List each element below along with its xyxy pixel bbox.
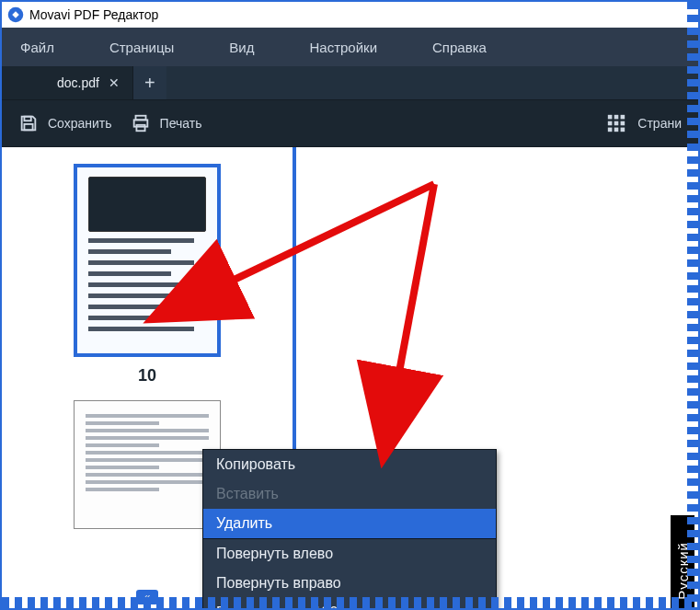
svg-rect-11 (621, 121, 625, 126)
page-thumb (74, 164, 221, 357)
ctx-rotate-right[interactable]: Повернуть вправо (203, 569, 496, 598)
ctx-rotate-left[interactable]: Повернуть влево (203, 539, 496, 569)
thumbnail-next[interactable] (74, 400, 221, 529)
svg-rect-12 (608, 128, 613, 132)
print-button[interactable]: Печать (131, 113, 202, 133)
svg-rect-1 (24, 117, 30, 121)
menu-file[interactable]: Файл (20, 40, 54, 55)
tab-label: doc.pdf (57, 75, 99, 90)
svg-line-16 (397, 184, 434, 382)
svg-rect-9 (608, 121, 613, 126)
save-icon (18, 113, 39, 133)
menu-settings[interactable]: Настройки (309, 40, 377, 55)
svg-rect-13 (614, 128, 619, 132)
thumbnail-selected[interactable]: 10 (74, 164, 221, 386)
ctx-delete[interactable]: Удалить (203, 509, 496, 538)
grid-icon (606, 113, 626, 133)
toolbar: Сохранить Печать Страни (2, 99, 698, 147)
ctx-paste: Вставить (203, 479, 496, 509)
svg-rect-8 (621, 115, 625, 120)
language-tab[interactable]: Русский (671, 515, 694, 608)
tab-doc[interactable]: doc.pdf ✕ (2, 66, 133, 99)
app-title: Movavi PDF Редактор (29, 7, 158, 22)
svg-rect-14 (621, 128, 625, 132)
language-label: Русский (675, 542, 691, 600)
app-window: Movavi PDF Редактор Файл Страницы Вид На… (0, 0, 700, 610)
menu-view[interactable]: Вид (229, 40, 254, 55)
content-area: 10 « Русский Копировать Вставить Удалить… (2, 147, 698, 608)
ctx-rotate-180[interactable]: Повернуть на 180° (203, 598, 496, 608)
menubar: Файл Страницы Вид Настройки Справка (2, 28, 698, 66)
menu-pages[interactable]: Страницы (109, 40, 174, 55)
save-label: Сохранить (48, 116, 112, 131)
tab-close-icon[interactable]: ✕ (109, 75, 120, 90)
thumbnail-label: 10 (74, 366, 221, 386)
collapse-panel-icon[interactable]: « (136, 590, 158, 604)
tabstrip: doc.pdf ✕ + (2, 66, 698, 99)
svg-rect-2 (24, 124, 32, 130)
titlebar: Movavi PDF Редактор (2, 2, 698, 28)
menu-help[interactable]: Справка (432, 40, 487, 55)
svg-rect-7 (614, 115, 619, 120)
svg-rect-10 (614, 121, 619, 126)
svg-rect-6 (608, 115, 613, 120)
pages-view-label: Страни (637, 116, 682, 131)
save-button[interactable]: Сохранить (18, 113, 112, 133)
pages-view-button[interactable]: Страни (606, 113, 682, 133)
app-logo-icon (7, 6, 24, 23)
context-menu: Копировать Вставить Удалить Повернуть вл… (202, 449, 497, 608)
print-label: Печать (160, 116, 202, 131)
ctx-copy[interactable]: Копировать (203, 450, 496, 479)
new-tab-button[interactable]: + (133, 66, 166, 99)
print-icon (131, 113, 151, 133)
